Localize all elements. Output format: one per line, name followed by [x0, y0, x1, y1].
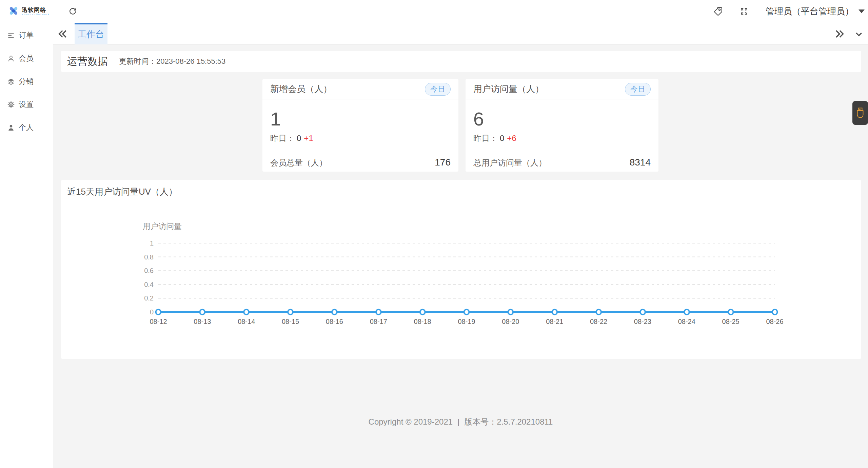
topbar-right: 管理员（平台管理员） [712, 5, 868, 17]
uv-line-chart: 用户访问量00.20.40.60.8108-1208-1308-1408-150… [61, 180, 861, 359]
svg-text:1: 1 [150, 239, 154, 247]
tag-button[interactable] [712, 6, 723, 17]
svg-text:用户访问量: 用户访问量 [143, 222, 182, 231]
today-badge: 今日 [425, 83, 451, 96]
svg-text:0.8: 0.8 [144, 253, 154, 261]
total-row: 会员总量（人） 176 [270, 157, 451, 168]
yesterday-label: 昨日： [270, 133, 295, 144]
stat-value: 6 [473, 110, 651, 129]
stat-value: 1 [270, 110, 451, 129]
svg-text:0.4: 0.4 [144, 281, 154, 288]
footer: Copyright © 2019-2021|版本号：2.5.7.20210811 [53, 416, 868, 427]
brand-x-logo-icon [8, 5, 19, 18]
yesterday-label: 昨日： [473, 133, 498, 144]
brand-logo: 迅软网络 XunruanNetwork [0, 0, 53, 23]
operation-data-bar: 运营数据 更新时间：2023-08-26 15:55:53 [61, 51, 861, 72]
sidebar: 迅软网络 XunruanNetwork 订单 会员 分销 [0, 0, 53, 468]
fullscreen-button[interactable] [738, 6, 749, 17]
update-time: 更新时间：2023-08-26 15:55:53 [119, 56, 225, 66]
chevron-down-icon [853, 28, 865, 40]
sidebar-item-label: 设置 [19, 99, 34, 110]
stat-card-body: 6 昨日： 0 +6 总用户访问量（人） 8314 [466, 110, 658, 168]
total-value: 176 [435, 157, 451, 168]
stat-card-header: 新增会员（人） 今日 [262, 79, 458, 99]
settings-gear-icon [7, 101, 15, 109]
total-label: 总用户访问量（人） [473, 157, 547, 168]
sidebar-item-distribution[interactable]: 分销 [0, 70, 53, 93]
update-time-label: 更新时间： [119, 57, 156, 65]
brand-name: 迅软网络 [22, 7, 50, 13]
double-chevron-left-icon [57, 28, 69, 40]
refresh-icon [68, 7, 77, 16]
caret-down-icon [859, 9, 865, 13]
member-user-icon [7, 55, 15, 62]
svg-text:08-13: 08-13 [194, 318, 211, 325]
tab-dropdown-button[interactable] [853, 28, 865, 40]
admin-dashboard-page: 迅软网络 XunruanNetwork 订单 会员 分销 [0, 0, 868, 468]
svg-text:08-14: 08-14 [238, 318, 255, 325]
stat-card-body: 1 昨日： 0 +1 会员总量（人） 176 [262, 110, 458, 168]
svg-text:08-23: 08-23 [634, 318, 651, 325]
sidebar-item-label: 个人 [19, 122, 34, 133]
svg-text:08-21: 08-21 [546, 318, 563, 325]
svg-text:08-18: 08-18 [414, 318, 431, 325]
fullscreen-icon [739, 7, 749, 16]
brand-tagline: XunruanNetwork [22, 13, 50, 16]
sidebar-item-members[interactable]: 会员 [0, 47, 53, 70]
yesterday-row: 昨日： 0 +6 [473, 133, 651, 144]
sidebar-item-settings[interactable]: 设置 [0, 93, 53, 116]
distribution-layers-icon [7, 78, 15, 85]
side-helper-button[interactable] [852, 101, 868, 125]
svg-text:08-20: 08-20 [502, 318, 519, 325]
tabbar-separator [849, 25, 849, 42]
sidebar-item-label: 会员 [19, 53, 34, 63]
svg-text:08-24: 08-24 [678, 318, 695, 325]
stat-card-title: 用户访问量（人） [473, 83, 544, 95]
footer-copyright: Copyright © 2019-2021 [369, 417, 453, 426]
delta-value: +1 [304, 134, 313, 143]
stat-card-header: 用户访问量（人） 今日 [466, 79, 658, 99]
svg-text:08-17: 08-17 [370, 318, 387, 325]
delta-value: +6 [507, 134, 516, 143]
brand-text: 迅软网络 XunruanNetwork [22, 7, 50, 16]
user-menu[interactable]: 管理员（平台管理员） [766, 5, 865, 17]
collapse-right-button[interactable] [833, 28, 846, 40]
stat-card-user-visits: 用户访问量（人） 今日 6 昨日： 0 +6 总用户访问量（人） 8314 [466, 79, 658, 172]
usb-drive-icon [855, 106, 865, 119]
order-list-icon [7, 32, 15, 39]
svg-text:0.2: 0.2 [144, 294, 154, 302]
svg-text:0: 0 [150, 308, 154, 316]
svg-text:08-12: 08-12 [150, 318, 167, 325]
svg-text:08-16: 08-16 [326, 318, 343, 325]
footer-version: 版本号：2.5.7.20210811 [464, 417, 553, 426]
total-label: 会员总量（人） [270, 157, 327, 168]
svg-text:08-22: 08-22 [590, 318, 607, 325]
refresh-button[interactable] [67, 6, 78, 17]
svg-text:0.6: 0.6 [144, 267, 154, 274]
sidebar-item-orders[interactable]: 订单 [0, 24, 53, 47]
sidebar-menu: 订单 会员 分销 [0, 24, 53, 139]
tab-workbench[interactable]: 工作台 [75, 23, 107, 44]
svg-text:08-26: 08-26 [766, 318, 783, 325]
total-value: 8314 [630, 157, 651, 168]
yesterday-row: 昨日： 0 +1 [270, 133, 451, 144]
sidebar-item-profile[interactable]: 个人 [0, 116, 53, 139]
stat-card-title: 新增会员（人） [270, 83, 332, 95]
operation-data-title: 运营数据 [67, 55, 108, 69]
update-time-value: 2023-08-26 15:55:53 [156, 57, 225, 65]
collapse-left-button[interactable] [57, 28, 69, 40]
svg-text:08-15: 08-15 [282, 318, 299, 325]
user-name: 管理员（平台管理员） [766, 5, 854, 17]
profile-person-icon [7, 124, 15, 132]
sidebar-item-label: 订单 [19, 30, 34, 40]
topbar: 管理员（平台管理员） [53, 0, 868, 23]
stat-card-new-members: 新增会员（人） 今日 1 昨日： 0 +1 会员总量（人） 176 [262, 79, 458, 172]
footer-separator: | [457, 417, 459, 426]
sidebar-item-label: 分销 [19, 76, 34, 86]
double-chevron-right-icon [833, 28, 846, 40]
tabbar: 工作台 [53, 23, 868, 44]
svg-text:08-25: 08-25 [722, 318, 739, 325]
yesterday-value: 0 [297, 134, 301, 143]
tag-icon [713, 6, 723, 17]
today-badge: 今日 [625, 83, 651, 96]
